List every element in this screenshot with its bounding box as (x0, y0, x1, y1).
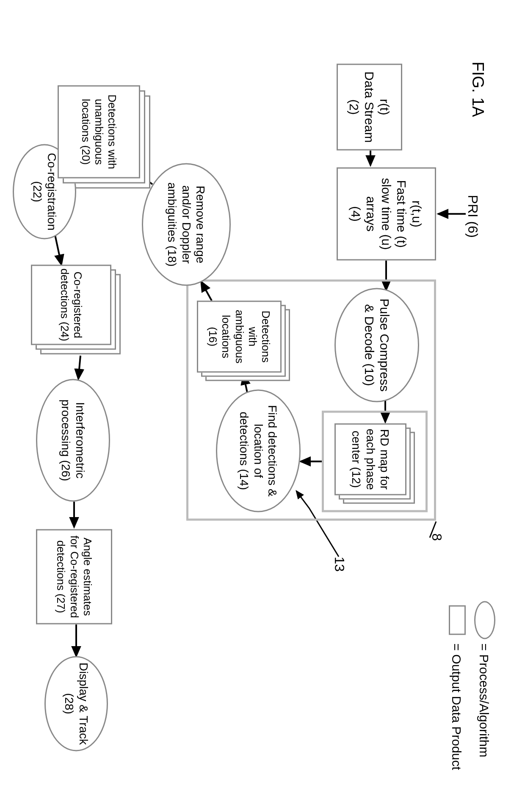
node-pulse-compress: Pulse Compress & Decode (10) (334, 288, 419, 402)
node-interferometric: Interferometric processing (26) (36, 379, 110, 501)
legend-ellipse-icon (474, 601, 495, 639)
callout-13: 13 (332, 556, 347, 572)
node-remove-ambiguities: Remove range and/or Doppler ambiguities … (142, 163, 231, 286)
legend-process-label: = Process/Algorithm (477, 643, 491, 757)
node-rd-map: RD map for each phase center (12) (334, 423, 406, 495)
node-coregistered: Co-registered detections (24) (31, 264, 111, 345)
node-data-stream: r(t) Data Stream (2) (337, 63, 402, 150)
node-display-track: Display & Track (28) (44, 656, 108, 751)
figure-label: FIG. 1A (469, 61, 487, 117)
node-arrays: r(t,u) Fast time (t) slow time (u) array… (337, 167, 436, 260)
node-ambiguous: Detections with ambiguous locations (16) (197, 300, 282, 372)
arrow-24-to-26 (78, 355, 80, 379)
node-unambiguous: Detections with unambiguous locations (2… (58, 85, 140, 178)
legend-output-label: = Output Data Product (449, 643, 464, 770)
legend-rect-icon (449, 605, 466, 635)
pri-label: PRI (6) (465, 195, 481, 237)
node-angle-estimates: Angle estimates for Co-registered detect… (36, 529, 112, 624)
node-find-detections: Find detections & location of detections… (216, 389, 301, 512)
diagram-canvas: FIG. 1A = Process/Algorithm = Output Dat… (0, 0, 525, 812)
arrow-22-to-24 (55, 235, 61, 264)
callout-8: 8 (429, 533, 445, 541)
